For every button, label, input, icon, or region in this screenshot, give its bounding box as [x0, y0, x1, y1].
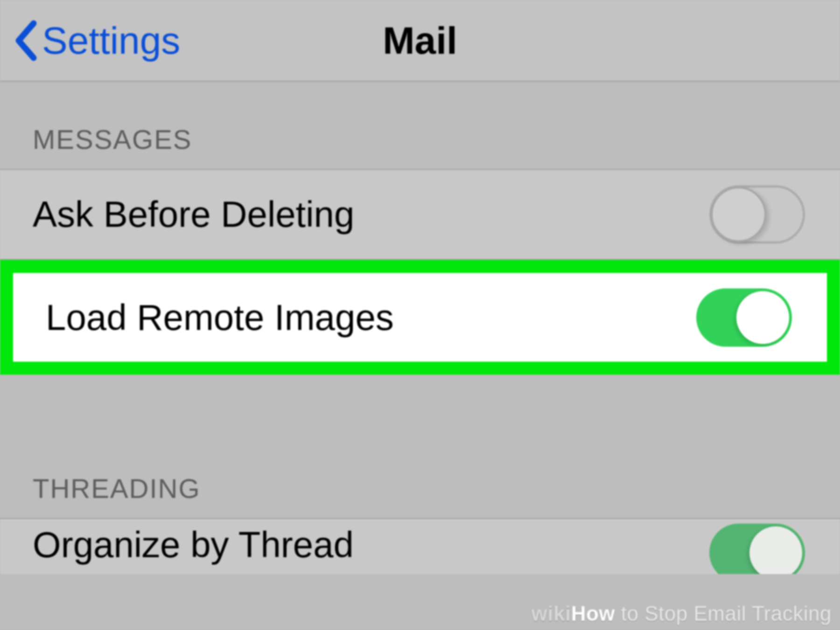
row-load-remote-images: Load Remote Images	[13, 273, 827, 362]
watermark-wiki: wiki	[532, 602, 571, 625]
section-header-threading: THREADING	[0, 375, 840, 518]
row-organize-by-thread: Organize by Thread	[0, 518, 840, 574]
watermark-how: How	[571, 602, 615, 625]
chevron-left-icon	[14, 20, 37, 62]
back-label: Settings	[42, 19, 180, 63]
row-label: Load Remote Images	[46, 296, 394, 339]
back-button[interactable]: Settings	[0, 19, 180, 63]
row-ask-before-deleting: Ask Before Deleting	[0, 169, 840, 260]
highlight-load-remote-images: Load Remote Images	[0, 260, 840, 375]
row-label: Organize by Thread	[33, 524, 354, 566]
row-label: Ask Before Deleting	[33, 193, 354, 236]
toggle-load-remote-images[interactable]	[696, 288, 792, 347]
watermark-rest: to Stop Email Tracking	[615, 602, 832, 625]
mail-settings-screen: Settings Mail MESSAGES Ask Before Deleti…	[0, 0, 840, 630]
toggle-knob	[749, 526, 802, 574]
toggle-knob	[711, 187, 766, 242]
navbar: Settings Mail	[0, 0, 840, 82]
section-header-messages: MESSAGES	[0, 82, 840, 169]
wikihow-watermark: wikiHow to Stop Email Tracking	[532, 602, 832, 625]
toggle-knob	[736, 291, 789, 344]
toggle-ask-before-deleting[interactable]	[709, 185, 805, 244]
toggle-organize-by-thread[interactable]	[709, 524, 805, 574]
